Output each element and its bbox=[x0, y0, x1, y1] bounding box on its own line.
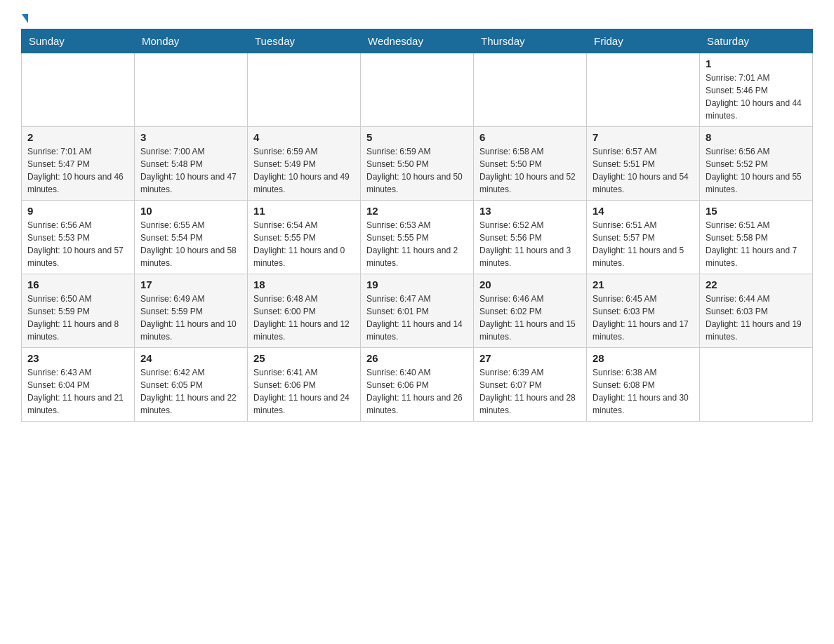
day-info: Sunrise: 6:38 AMSunset: 6:08 PMDaylight:… bbox=[593, 366, 694, 417]
calendar-cell: 26Sunrise: 6:40 AMSunset: 6:06 PMDayligh… bbox=[361, 348, 474, 422]
calendar-cell: 9Sunrise: 6:56 AMSunset: 5:53 PMDaylight… bbox=[22, 201, 135, 274]
calendar-cell: 20Sunrise: 6:46 AMSunset: 6:02 PMDayligh… bbox=[474, 274, 587, 348]
day-number: 6 bbox=[479, 131, 581, 143]
day-info: Sunrise: 6:52 AMSunset: 5:56 PMDaylight:… bbox=[479, 219, 581, 269]
page-header bbox=[21, 14, 813, 22]
day-number: 17 bbox=[140, 279, 241, 290]
weekday-header-tuesday: Tuesday bbox=[248, 29, 361, 53]
day-number: 18 bbox=[253, 279, 355, 290]
day-number: 15 bbox=[706, 205, 807, 217]
day-number: 9 bbox=[27, 205, 128, 217]
calendar-cell: 21Sunrise: 6:45 AMSunset: 6:03 PMDayligh… bbox=[587, 274, 700, 348]
day-number: 8 bbox=[706, 131, 807, 143]
day-info: Sunrise: 6:46 AMSunset: 6:02 PMDaylight:… bbox=[479, 293, 581, 343]
calendar-cell: 7Sunrise: 6:57 AMSunset: 5:51 PMDaylight… bbox=[587, 127, 700, 201]
weekday-header-row: SundayMondayTuesdayWednesdayThursdayFrid… bbox=[22, 29, 813, 53]
day-info: Sunrise: 6:39 AMSunset: 6:07 PMDaylight:… bbox=[479, 366, 581, 417]
day-number: 19 bbox=[366, 279, 468, 290]
day-number: 1 bbox=[706, 58, 807, 69]
day-number: 22 bbox=[706, 279, 807, 290]
calendar-cell: 15Sunrise: 6:51 AMSunset: 5:58 PMDayligh… bbox=[700, 201, 813, 274]
logo bbox=[21, 14, 28, 22]
calendar-cell: 3Sunrise: 7:00 AMSunset: 5:48 PMDaylight… bbox=[135, 127, 248, 201]
calendar-cell: 13Sunrise: 6:52 AMSunset: 5:56 PMDayligh… bbox=[474, 201, 587, 274]
logo-triangle-icon bbox=[22, 14, 28, 23]
day-info: Sunrise: 6:44 AMSunset: 6:03 PMDaylight:… bbox=[706, 293, 807, 343]
day-info: Sunrise: 7:00 AMSunset: 5:48 PMDaylight:… bbox=[140, 145, 241, 196]
calendar-cell: 1Sunrise: 7:01 AMSunset: 5:46 PMDaylight… bbox=[700, 53, 813, 127]
calendar-cell: 2Sunrise: 7:01 AMSunset: 5:47 PMDaylight… bbox=[22, 127, 135, 201]
calendar-cell: 11Sunrise: 6:54 AMSunset: 5:55 PMDayligh… bbox=[248, 201, 361, 274]
calendar-cell: 4Sunrise: 6:59 AMSunset: 5:49 PMDaylight… bbox=[248, 127, 361, 201]
day-number: 23 bbox=[27, 352, 128, 364]
calendar-cell: 23Sunrise: 6:43 AMSunset: 6:04 PMDayligh… bbox=[22, 348, 135, 422]
calendar-week-row: 2Sunrise: 7:01 AMSunset: 5:47 PMDaylight… bbox=[22, 127, 813, 201]
calendar-week-row: 1Sunrise: 7:01 AMSunset: 5:46 PMDaylight… bbox=[22, 53, 813, 127]
day-number: 5 bbox=[366, 131, 468, 143]
calendar-cell bbox=[361, 53, 474, 127]
weekday-header-thursday: Thursday bbox=[474, 29, 587, 53]
day-number: 16 bbox=[27, 279, 128, 290]
day-info: Sunrise: 6:43 AMSunset: 6:04 PMDaylight:… bbox=[27, 366, 128, 417]
day-info: Sunrise: 6:53 AMSunset: 5:55 PMDaylight:… bbox=[366, 219, 468, 269]
day-number: 26 bbox=[366, 352, 468, 364]
calendar-cell: 28Sunrise: 6:38 AMSunset: 6:08 PMDayligh… bbox=[587, 348, 700, 422]
weekday-header-sunday: Sunday bbox=[22, 29, 135, 53]
day-number: 4 bbox=[253, 131, 355, 143]
calendar-cell: 6Sunrise: 6:58 AMSunset: 5:50 PMDaylight… bbox=[474, 127, 587, 201]
calendar-cell bbox=[474, 53, 587, 127]
day-info: Sunrise: 7:01 AMSunset: 5:47 PMDaylight:… bbox=[27, 145, 128, 196]
day-info: Sunrise: 7:01 AMSunset: 5:46 PMDaylight:… bbox=[706, 72, 807, 122]
calendar-cell bbox=[700, 348, 813, 422]
calendar-cell bbox=[587, 53, 700, 127]
day-number: 24 bbox=[140, 352, 241, 364]
calendar-cell: 27Sunrise: 6:39 AMSunset: 6:07 PMDayligh… bbox=[474, 348, 587, 422]
calendar-cell bbox=[22, 53, 135, 127]
weekday-header-wednesday: Wednesday bbox=[361, 29, 474, 53]
day-number: 14 bbox=[593, 205, 694, 217]
weekday-header-saturday: Saturday bbox=[700, 29, 813, 53]
day-number: 3 bbox=[140, 131, 241, 143]
day-info: Sunrise: 6:50 AMSunset: 5:59 PMDaylight:… bbox=[27, 293, 128, 343]
day-number: 20 bbox=[479, 279, 581, 290]
calendar-cell: 22Sunrise: 6:44 AMSunset: 6:03 PMDayligh… bbox=[700, 274, 813, 348]
calendar-cell: 19Sunrise: 6:47 AMSunset: 6:01 PMDayligh… bbox=[361, 274, 474, 348]
day-info: Sunrise: 6:54 AMSunset: 5:55 PMDaylight:… bbox=[253, 219, 355, 269]
day-info: Sunrise: 6:45 AMSunset: 6:03 PMDaylight:… bbox=[593, 293, 694, 343]
day-info: Sunrise: 6:47 AMSunset: 6:01 PMDaylight:… bbox=[366, 293, 468, 343]
calendar-week-row: 9Sunrise: 6:56 AMSunset: 5:53 PMDaylight… bbox=[22, 201, 813, 274]
weekday-header-monday: Monday bbox=[135, 29, 248, 53]
calendar-cell: 16Sunrise: 6:50 AMSunset: 5:59 PMDayligh… bbox=[22, 274, 135, 348]
calendar-cell: 8Sunrise: 6:56 AMSunset: 5:52 PMDaylight… bbox=[700, 127, 813, 201]
calendar-cell: 17Sunrise: 6:49 AMSunset: 5:59 PMDayligh… bbox=[135, 274, 248, 348]
day-number: 11 bbox=[253, 205, 355, 217]
calendar-cell: 12Sunrise: 6:53 AMSunset: 5:55 PMDayligh… bbox=[361, 201, 474, 274]
calendar-week-row: 16Sunrise: 6:50 AMSunset: 5:59 PMDayligh… bbox=[22, 274, 813, 348]
day-info: Sunrise: 6:49 AMSunset: 5:59 PMDaylight:… bbox=[140, 293, 241, 343]
calendar-week-row: 23Sunrise: 6:43 AMSunset: 6:04 PMDayligh… bbox=[22, 348, 813, 422]
calendar-cell: 10Sunrise: 6:55 AMSunset: 5:54 PMDayligh… bbox=[135, 201, 248, 274]
day-info: Sunrise: 6:56 AMSunset: 5:52 PMDaylight:… bbox=[706, 145, 807, 196]
day-number: 25 bbox=[253, 352, 355, 364]
day-info: Sunrise: 6:56 AMSunset: 5:53 PMDaylight:… bbox=[27, 219, 128, 269]
calendar-cell: 5Sunrise: 6:59 AMSunset: 5:50 PMDaylight… bbox=[361, 127, 474, 201]
day-info: Sunrise: 6:51 AMSunset: 5:58 PMDaylight:… bbox=[706, 219, 807, 269]
calendar-cell: 24Sunrise: 6:42 AMSunset: 6:05 PMDayligh… bbox=[135, 348, 248, 422]
day-number: 7 bbox=[593, 131, 694, 143]
day-info: Sunrise: 6:40 AMSunset: 6:06 PMDaylight:… bbox=[366, 366, 468, 417]
day-info: Sunrise: 6:48 AMSunset: 6:00 PMDaylight:… bbox=[253, 293, 355, 343]
calendar-cell: 14Sunrise: 6:51 AMSunset: 5:57 PMDayligh… bbox=[587, 201, 700, 274]
day-info: Sunrise: 6:58 AMSunset: 5:50 PMDaylight:… bbox=[479, 145, 581, 196]
day-number: 13 bbox=[479, 205, 581, 217]
day-info: Sunrise: 6:59 AMSunset: 5:49 PMDaylight:… bbox=[253, 145, 355, 196]
day-info: Sunrise: 6:57 AMSunset: 5:51 PMDaylight:… bbox=[593, 145, 694, 196]
calendar-cell bbox=[248, 53, 361, 127]
day-info: Sunrise: 6:42 AMSunset: 6:05 PMDaylight:… bbox=[140, 366, 241, 417]
calendar-cell: 25Sunrise: 6:41 AMSunset: 6:06 PMDayligh… bbox=[248, 348, 361, 422]
day-info: Sunrise: 6:59 AMSunset: 5:50 PMDaylight:… bbox=[366, 145, 468, 196]
day-number: 27 bbox=[479, 352, 581, 364]
day-info: Sunrise: 6:41 AMSunset: 6:06 PMDaylight:… bbox=[253, 366, 355, 417]
day-number: 10 bbox=[140, 205, 241, 217]
calendar-table: SundayMondayTuesdayWednesdayThursdayFrid… bbox=[21, 29, 813, 422]
weekday-header-friday: Friday bbox=[587, 29, 700, 53]
